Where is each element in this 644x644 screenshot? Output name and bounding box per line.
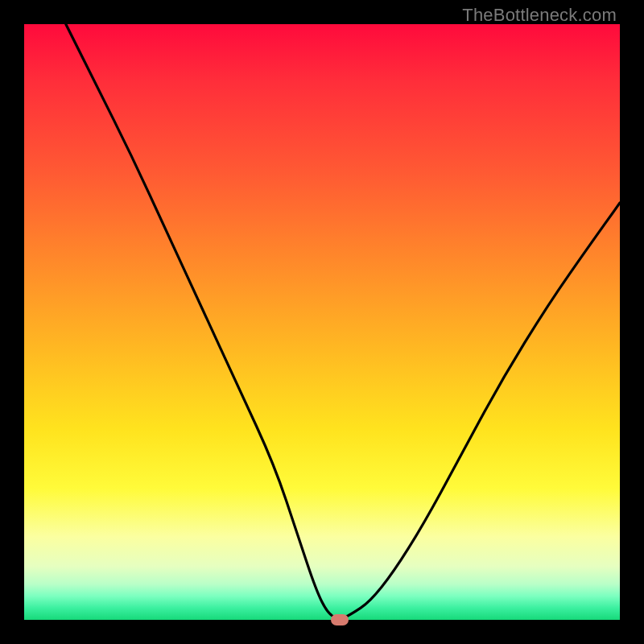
- watermark-text: TheBottleneck.com: [462, 5, 617, 26]
- bottleneck-curve: [24, 24, 620, 620]
- optimum-marker: [331, 614, 349, 625]
- plot-area: [24, 24, 620, 620]
- curve-path: [66, 24, 620, 618]
- chart-frame: TheBottleneck.com: [0, 0, 644, 644]
